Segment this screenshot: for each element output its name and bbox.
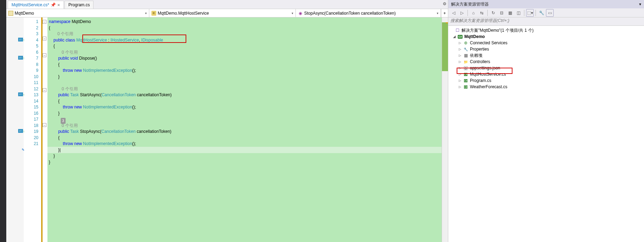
csharp-file-icon (463, 73, 469, 76)
nav-member-label: StopAsync(CancellationToken cancellation… (304, 11, 396, 16)
gear-icon[interactable]: ⚙ (443, 1, 447, 6)
tree-item-appsettings[interactable]: ▷ appsettings.json (448, 65, 644, 71)
solution-explorer: 解决方案资源管理器 ▾ ◁ ▷ ⌂ ⇆ ↻ ⊟ ▦ ◫ ⬚▾ 🔧 ▭ 解决方案"… (448, 0, 644, 242)
properties-button[interactable]: 🔧 (538, 9, 545, 17)
chevron-down-icon[interactable]: ▾ (639, 2, 641, 7)
tab-label: MqttHostService.cs* (12, 2, 49, 7)
code-editor[interactable]: i↑ ↑ i↑ ↑ i↑ ↑ i↑ ↑ ✎ 1 2 3 4 5 6 7 8 9 … (6, 17, 448, 242)
properties-icon (463, 47, 469, 51)
tree-item-properties[interactable]: ▷ Properties (448, 46, 644, 52)
folder-icon (463, 60, 469, 64)
indicator-margin: i↑ ↑ i↑ ↑ i↑ ↑ i↑ ↑ ✎ (6, 17, 24, 242)
expand-icon[interactable]: ▷ (458, 54, 462, 57)
project-icon (8, 11, 13, 16)
tree-item-weatherforecast[interactable]: ▷ WeatherForecast.cs (448, 84, 644, 90)
back-button[interactable]: ◁ (450, 9, 457, 17)
nav-class-combo[interactable]: C MqttDemo.MqttHostService ▾ (149, 9, 296, 17)
tree-item-controllers[interactable]: ▷ Controllers (448, 59, 644, 65)
codelens-references[interactable]: 0 个引用 (57, 31, 73, 36)
class-icon: C (151, 11, 156, 16)
search-input[interactable] (450, 18, 642, 23)
refresh-button[interactable]: ↻ (489, 9, 497, 17)
caret-marker-icon: ✎ (22, 148, 24, 152)
csharp-file-icon (463, 85, 469, 89)
csharp-file-icon (463, 79, 469, 82)
suggestion-indicator-icon[interactable]: i↑ (18, 56, 23, 60)
tab-program[interactable]: Program.cs (65, 1, 93, 9)
nav-project-label: MqttDemo (15, 11, 34, 16)
preview-button[interactable]: ◫ (515, 9, 522, 17)
expand-icon[interactable]: ▷ (458, 60, 462, 63)
csproj-icon (457, 35, 463, 39)
nav-class-label: MqttDemo.MqttHostService (158, 11, 209, 16)
expand-icon[interactable]: ▷ (458, 66, 462, 70)
solution-icon (455, 28, 460, 33)
expand-icon[interactable]: ▷ (458, 85, 462, 89)
tree-item-mqtthostservice[interactable]: ▷ MqttHostService.cs (448, 71, 644, 77)
panel-title-bar[interactable]: 解决方案资源管理器 ▾ (448, 0, 644, 8)
solution-node[interactable]: 解决方案"MqttDemo"(1 个项目/共 1 个) (448, 27, 644, 33)
vertical-scrollbar[interactable] (442, 17, 448, 242)
collapse-all-button[interactable]: ⊟ (498, 9, 506, 17)
line-number-gutter: 1 2 3 4 5 6 7 8 9 10 11 12 13 14 15 16 1… (24, 17, 41, 242)
chevron-down-icon: ▾ (292, 12, 293, 15)
dependencies-icon (463, 53, 469, 58)
tab-label: Program.cs (68, 2, 90, 7)
expand-icon[interactable]: ◢ (452, 35, 456, 38)
home-button[interactable]: ⌂ (470, 9, 477, 17)
fold-toggle[interactable]: − (43, 88, 46, 92)
navigation-bar: MqttDemo ▾ C MqttDemo.MqttHostService ▾ … (6, 9, 448, 17)
fold-toggle[interactable]: − (43, 37, 46, 40)
editor-main: MqttHostService.cs* 📌 ✕ Program.cs ⚙ Mqt… (6, 0, 448, 242)
fold-toggle[interactable]: − (43, 53, 46, 57)
filter-button[interactable]: ▭ (546, 9, 554, 17)
expand-icon[interactable]: ▷ (458, 73, 462, 76)
method-icon: ◉ (298, 11, 303, 16)
sync-button[interactable]: ⇆ (478, 9, 486, 17)
chevron-down-icon: ▾ (437, 12, 439, 15)
tree-item-dependencies[interactable]: ▷ 依赖项 (448, 52, 644, 59)
suggestion-indicator-icon[interactable]: i↑ (18, 129, 23, 133)
fold-toggle[interactable]: − (43, 20, 46, 24)
vertical-toolstrip[interactable] (0, 0, 6, 242)
json-icon (463, 66, 469, 70)
nav-member-combo[interactable]: ◉ StopAsync(CancellationToken cancellati… (296, 9, 441, 17)
expand-icon[interactable]: ▷ (458, 47, 462, 51)
outlining-margin: − − − − − (43, 17, 47, 242)
suggestion-indicator-icon[interactable]: i↑ (18, 38, 23, 41)
nav-project-combo[interactable]: MqttDemo ▾ (6, 9, 149, 17)
tree-item-connected-services[interactable]: ▷ Connected Services (448, 40, 644, 46)
pin-icon[interactable]: 📌 (51, 2, 56, 7)
codelens-references[interactable]: 0 个引用 (62, 86, 78, 91)
expand-icon[interactable]: ▷ (458, 79, 462, 82)
solution-toolbar: ◁ ▷ ⌂ ⇆ ↻ ⊟ ▦ ◫ ⬚▾ 🔧 ▭ (448, 8, 644, 17)
expand-icon[interactable]: ▷ (458, 41, 462, 45)
panel-title: 解决方案资源管理器 (451, 1, 489, 7)
code-text-area[interactable]: namespace MqttDemo { 0 个引用 public class … (47, 17, 442, 242)
close-icon[interactable]: ✕ (57, 3, 60, 7)
connected-services-icon (463, 40, 469, 45)
solution-tree[interactable]: 解决方案"MqttDemo"(1 个项目/共 1 个) ◢ MqttDemo ▷… (448, 26, 644, 242)
codelens-references[interactable]: 0 个引用 (62, 50, 78, 55)
document-tab-bar: MqttHostService.cs* 📌 ✕ Program.cs ⚙ (6, 0, 448, 9)
suggestion-indicator-icon[interactable]: i↑ (18, 92, 23, 96)
fold-toggle[interactable]: − (43, 123, 46, 127)
solution-search[interactable] (448, 17, 644, 26)
tree-item-program[interactable]: ▷ Program.cs (448, 77, 644, 84)
split-button[interactable]: + (441, 9, 448, 17)
view-button[interactable]: ⬚▾ (526, 9, 534, 17)
chevron-down-icon: ▾ (145, 12, 147, 15)
forward-button[interactable]: ▷ (458, 9, 466, 17)
project-node[interactable]: ◢ MqttDemo (448, 33, 644, 40)
tab-mqtthostservice[interactable]: MqttHostService.cs* 📌 ✕ (8, 1, 64, 9)
show-all-files-button[interactable]: ▦ (506, 9, 514, 17)
codelens-badge[interactable]: 3 (61, 118, 66, 124)
